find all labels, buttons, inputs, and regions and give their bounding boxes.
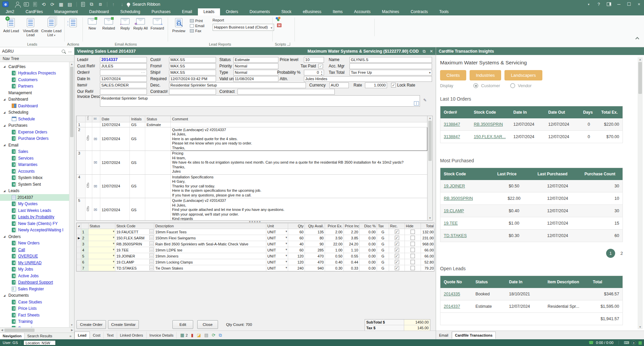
tree-item[interactable]: ◢ Sales Register [0,286,74,292]
cust-field[interactable]: MAX.SS [169,57,216,63]
tab-cost[interactable]: Cost [90,332,104,339]
ribbon-tab[interactable]: Dashboard [84,8,115,15]
restore-window-icon[interactable]: ⧉ [423,49,426,54]
ship-field[interactable]: MAX.SS [169,70,216,75]
name-field[interactable]: GLYNIS.S [350,57,432,63]
quote-link[interactable]: 2014337 [444,304,460,309]
rec-checkbox[interactable]: ✓ [395,242,399,246]
flow-icon[interactable]: ⧈ [96,1,104,7]
qty-cell[interactable]: 120 [288,259,305,265]
stock-lookup-button[interactable]: … [149,229,154,234]
tree-item[interactable]: ◢ Leads [0,188,74,194]
tree-item[interactable]: ◢ 2 Purchase Orders [0,135,74,142]
tree-item-label[interactable]: Email [8,143,18,148]
preview-button[interactable]: Preview [170,17,188,33]
stock-link[interactable]: RB.3500SPRIN [444,196,473,201]
tree-item[interactable]: ◢ 3 Warranties [0,162,74,168]
tree-item-label[interactable]: Customers [18,77,38,82]
tax-cell[interactable]: G [377,253,389,259]
email-report-button[interactable]: Email [190,24,205,28]
tree-item-label[interactable]: My Jobs [18,267,33,272]
qty-cell[interactable]: 40 [288,241,305,247]
stock-link[interactable]: 19.CLAMP [444,209,464,213]
expand-icon[interactable]: ◢ [3,143,8,147]
tab-text[interactable]: Text [104,332,117,339]
tree-item[interactable]: ◢ 4 New Sale (Clients) FY [0,220,74,227]
expand-icon[interactable]: ◢ [3,124,8,127]
tree-item[interactable]: ◢ Email [0,142,74,149]
qty-avail-cell[interactable]: 285 [305,247,325,253]
status-cell[interactable]: Estimate [145,122,171,127]
vendor-radio[interactable] [510,83,515,88]
ribbon-tab[interactable]: Orders [220,8,244,15]
tree-item-label[interactable]: My Quotes [18,201,38,206]
unit-cell[interactable]: UNIT▾ [266,259,288,265]
dropdown-icon[interactable]: ▾ [285,254,287,257]
expand-icon[interactable]: ◢ [3,235,8,238]
comment-row[interactable]: 2 ✉ 12/07/2024 GS Quote (Landscape) v2 #… [77,127,427,151]
description-cell[interactable]: 19mm LDPE tee [154,247,266,253]
status-field[interactable]: Estimate [233,57,278,63]
tree-item-label[interactable]: Orders [8,234,21,239]
report-select[interactable]: Happen Business Lead (Cloud) ▾ [213,24,274,31]
more-tabs-icon[interactable]: » [67,333,74,339]
copy-icon[interactable]: ⧉ [88,1,96,7]
tree-item[interactable]: ◢ Purchases [0,122,74,129]
actions-button[interactable]: ↑↓ [66,17,80,29]
add-lead-button[interactable]: Add Lead [1,17,21,33]
nav-up-icon[interactable]: ↑ [109,1,117,7]
stock-lookup-button[interactable]: … [149,260,154,264]
col-comment[interactable]: Comment [171,116,427,122]
stock-code-cell[interactable]: 150.FLEX.SARM… [115,235,154,241]
expand-icon[interactable]: ◢ [3,294,8,297]
related-email-button[interactable]: Related [100,17,117,30]
scroll-up-icon[interactable]: ▲ [69,63,74,66]
tree-item[interactable]: ◢ 2 Call [0,246,74,253]
comment-cell[interactable]: Quote (Landscape) v2 #2014337 Hi Jules, … [171,198,427,221]
type-field[interactable]: Normal [233,70,278,75]
tree-item-label[interactable]: Leads by Probability [18,215,54,219]
dropdown-icon[interactable]: ▾ [113,260,114,263]
item-status-cell[interactable]: ▾ [89,265,115,271]
col-qty-avail[interactable]: Qty Avail. [305,223,325,229]
description-cell[interactable]: 19mm Joiners [154,253,266,259]
tag-industries[interactable]: Industries [470,70,501,80]
grid-status-icon[interactable]: ▦ [638,340,642,345]
dropdown-icon[interactable]: ▾ [285,242,287,245]
ribbon-tab[interactable]: Jim2 [0,8,20,15]
dropdown-icon[interactable]: ▾ [113,254,114,257]
col-unit[interactable]: Unit [266,223,288,229]
rate-field[interactable]: 1.0000 [365,82,387,88]
tree-item-label[interactable]: Accounts [18,169,35,174]
tab-invoice-details[interactable]: Invoice Details [147,332,177,339]
tab-cardfile-transactions[interactable]: Cardfile Transactions [452,332,496,339]
close-button[interactable]: Close [197,320,218,329]
tree-item-label[interactable]: Services [18,156,34,161]
initials-cell[interactable]: GS [130,127,145,151]
tree-item[interactable]: ◢ 4 Training [0,319,74,325]
tree-item-label[interactable]: Sales [18,149,28,154]
col-tax[interactable]: Tax [377,223,389,229]
date-in-field[interactable]: 12/07/2024 [100,76,147,82]
col-hide[interactable]: Hide [405,223,421,229]
app-logo[interactable]: e [2,1,9,7]
schedule-icon[interactable]: ▤ [66,1,74,7]
status-cell[interactable] [145,198,171,221]
unit-cell[interactable]: UNIT▾ [266,265,288,271]
hide-checkbox[interactable] [411,230,415,234]
stock-link[interactable]: TD.STAKES [444,233,467,238]
initials-cell[interactable]: GS [130,122,145,127]
tree-item[interactable]: ◢ 1 Sales [0,149,74,155]
tree-item-label[interactable]: Expense Orders [18,130,47,134]
currency-field[interactable]: AUD [329,82,349,88]
tree-item[interactable]: ◢ 3 Fact Sheets [0,312,74,319]
tab-email[interactable]: Email [436,332,452,339]
hide-checkbox[interactable] [411,260,415,264]
forward-button[interactable]: → Forward [148,17,166,30]
collapse-panel-icon[interactable]: ⌄⌄ [68,50,71,53]
expand-icon[interactable]: ◢ [3,98,8,101]
acc-mgr-field[interactable] [350,63,432,69]
col-initials[interactable]: Initials [130,116,145,122]
expand-icon[interactable]: ◢ [3,111,8,114]
disc-cell[interactable]: 0.00 [360,241,377,247]
